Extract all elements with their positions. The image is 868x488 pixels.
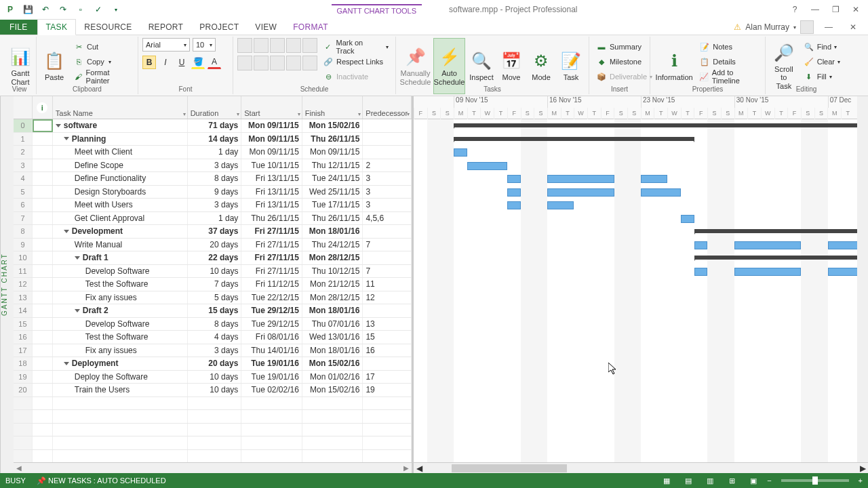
cell-duration[interactable]: 71 days	[188, 119, 242, 132]
table-row[interactable]: 10 Draft 1 22 days Fri 27/11/15 Mon 28/1…	[14, 251, 412, 265]
table-row[interactable]: 9 Write Manual 20 days Fri 27/11/15 Thu …	[14, 239, 412, 252]
cell-pred[interactable]: 13	[363, 318, 412, 331]
row-info[interactable]	[33, 225, 53, 238]
cell-task-name[interactable]: Develop Software	[53, 318, 188, 331]
cell-task-name[interactable]: Write Manual	[53, 239, 188, 251]
gantt-task-bar[interactable]	[681, 215, 694, 223]
cell-task-name[interactable]: Develop Software	[53, 265, 188, 278]
cell-task-name[interactable]: Fix any issues	[53, 291, 188, 304]
cell-pred[interactable]	[363, 146, 412, 159]
table-row[interactable]: 13 Fix any issues 5 days Tue 22/12/15 Mo…	[14, 291, 412, 305]
fill-color-button[interactable]: 🪣	[191, 56, 205, 69]
row-info[interactable]	[33, 278, 53, 291]
col-start[interactable]: Start▾	[241, 96, 302, 119]
row-number[interactable]: 11	[14, 265, 33, 278]
row-info[interactable]	[33, 199, 53, 211]
cell-pred[interactable]	[363, 304, 412, 317]
row-info[interactable]	[33, 304, 53, 317]
cell-finish[interactable]: Mon 21/12/15	[302, 278, 363, 291]
pct-100-button[interactable]	[302, 38, 317, 53]
cell-task-name[interactable]: Draft 1	[53, 251, 188, 264]
find-button[interactable]: 🔍Find▾	[801, 40, 843, 54]
cell-start[interactable]: Fri 27/11/15	[241, 265, 302, 278]
inactivate-button[interactable]: ⊖Inactivate	[320, 70, 391, 83]
cell-task-name[interactable]: Meet with Client	[53, 146, 188, 159]
col-task-name[interactable]: Task Name▾	[53, 96, 188, 119]
table-row[interactable]: 1 Planning 14 days Mon 09/11/15 Thu 26/1…	[14, 133, 412, 146]
cut-button[interactable]: ✂Cut	[71, 40, 134, 54]
qat-btn-2[interactable]: ✓	[91, 2, 106, 17]
table-row[interactable]: 11 Develop Software 10 days Fri 27/11/15…	[14, 265, 412, 279]
font-color-button[interactable]: A	[208, 56, 221, 69]
table-row[interactable]: 15 Develop Software 8 days Tue 29/12/15 …	[14, 318, 412, 331]
cell-task-name[interactable]: Deploy the Software	[53, 371, 188, 384]
outdent-button[interactable]	[237, 56, 252, 70]
qat-customize[interactable]: ▾	[108, 2, 123, 17]
cell-finish[interactable]: Mon 28/12/15	[302, 291, 363, 304]
col-rownum[interactable]	[14, 96, 33, 119]
minimize-icon[interactable]: —	[806, 2, 825, 17]
cell-finish[interactable]: Thu 26/11/15	[302, 133, 363, 146]
row-number[interactable]: 9	[14, 239, 33, 251]
format-painter-button[interactable]: 🖌Format Painter	[71, 70, 134, 83]
cell-start[interactable]: Fri 13/11/15	[241, 172, 302, 185]
cell-task-name[interactable]: Planning	[53, 133, 188, 146]
cell-task-name[interactable]: Design Storyboards	[53, 186, 188, 199]
details-button[interactable]: 📋Details	[696, 55, 761, 68]
cell-task-name[interactable]: Development	[53, 225, 188, 238]
cell-finish[interactable]: Thu 07/01/16	[302, 318, 363, 331]
cell-pred[interactable]	[363, 133, 412, 146]
gantt-summary-bar[interactable]	[694, 229, 868, 233]
table-row-empty[interactable]	[14, 424, 412, 437]
row-info[interactable]	[33, 318, 53, 331]
cell-start[interactable]: Thu 14/01/16	[241, 344, 302, 357]
view-team-icon[interactable]: ▥	[702, 474, 718, 487]
indent-button[interactable]	[254, 56, 269, 70]
table-row[interactable]: 12 Test the Software 7 days Fri 11/12/15…	[14, 278, 412, 291]
tab-format[interactable]: FORMAT	[285, 20, 336, 35]
cell-start[interactable]: Mon 09/11/15	[241, 133, 302, 146]
cell-pred[interactable]	[363, 225, 412, 238]
cell-duration[interactable]: 5 days	[188, 291, 242, 304]
cell-duration[interactable]: 20 days	[188, 357, 242, 370]
row-number[interactable]: 4	[14, 172, 33, 185]
gantt-task-bar[interactable]	[467, 162, 507, 170]
cell-task-name[interactable]: Fix any issues	[53, 344, 188, 357]
row-info[interactable]	[33, 146, 53, 159]
cell-task-name[interactable]: Draft 2	[53, 304, 188, 317]
gantt-task-bar[interactable]	[694, 268, 708, 276]
user-account[interactable]: ⚠ Alan Murray ▾	[734, 20, 814, 34]
cell-finish[interactable]: Tue 17/11/15	[302, 199, 363, 211]
gantt-task-bar[interactable]	[641, 188, 681, 197]
cell-duration[interactable]: 8 days	[188, 172, 242, 185]
status-new-tasks[interactable]: 📌 NEW TASKS : AUTO SCHEDULED	[37, 476, 166, 485]
cell-finish[interactable]: Thu 24/12/15	[302, 239, 363, 251]
tab-resource[interactable]: RESOURCE	[76, 20, 140, 35]
view-usage-icon[interactable]: ▤	[680, 474, 696, 487]
gantt-summary-bar[interactable]	[454, 137, 694, 141]
row-info[interactable]	[33, 172, 53, 185]
cell-pred[interactable]	[363, 119, 412, 132]
row-info[interactable]	[33, 186, 53, 199]
add-timeline-button[interactable]: 📈Add to Timeline	[696, 70, 761, 83]
zoom-in-icon[interactable]: +	[859, 476, 863, 485]
tab-file[interactable]: FILE	[0, 20, 37, 35]
row-number[interactable]: 5	[14, 186, 33, 199]
cell-start[interactable]: Tue 22/12/15	[241, 291, 302, 304]
cell-start[interactable]: Thu 26/11/15	[241, 212, 302, 225]
row-info[interactable]	[33, 251, 53, 264]
cell-finish[interactable]: Mon 18/01/16	[302, 344, 363, 357]
cell-start[interactable]: Tue 10/11/15	[241, 159, 302, 172]
cell-task-name[interactable]: software	[53, 119, 188, 132]
cell-pred[interactable]: 16	[363, 344, 412, 357]
table-row-empty[interactable]	[14, 436, 412, 450]
cell-task-name[interactable]: Meet with Users	[53, 199, 188, 211]
cell-pred[interactable]: 17	[363, 371, 412, 384]
table-hscroll[interactable]: ◀▶	[14, 462, 412, 473]
font-name-select[interactable]: Arial▾	[142, 38, 190, 52]
bold-button[interactable]: B	[142, 56, 156, 69]
undo-icon[interactable]: ↶	[38, 2, 53, 17]
gantt-task-bar[interactable]	[547, 188, 614, 197]
table-row[interactable]: 5 Design Storyboards 9 days Fri 13/11/15…	[14, 186, 412, 199]
cell-task-name[interactable]: Test the Software	[53, 278, 188, 291]
